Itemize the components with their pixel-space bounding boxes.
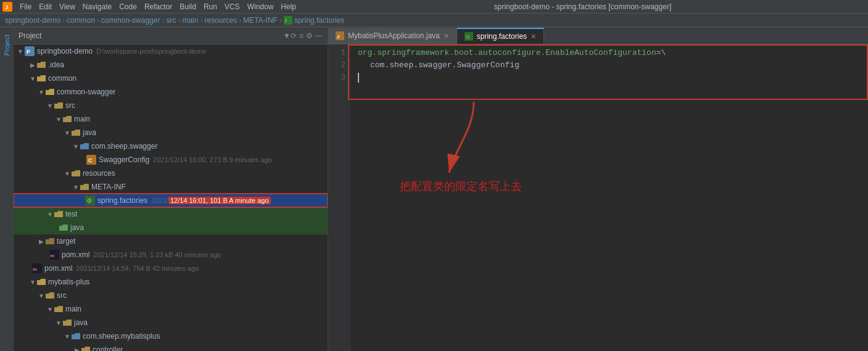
root-label: springboot-demo (37, 47, 93, 56)
breadcrumb-common[interactable]: common (67, 16, 95, 25)
tree-pom-common-swagger[interactable]: m pom.xml 2021/12/14 15:29, 1.23 kB 40 m… (14, 248, 328, 262)
tree-idea[interactable]: ▶ .idea (14, 58, 328, 72)
mybatis-arrow: ▼ (28, 279, 37, 286)
mybatisplus-package-label: com.sheep.mybatisplus (83, 332, 160, 341)
swagger-arrow: ▼ (72, 143, 80, 150)
sync-icon[interactable]: ⟳ (291, 31, 297, 40)
main-layout: Project Project ▼ ⟳ ≡ ⚙ — ▼ P (0, 27, 868, 351)
java-folder-icon (72, 129, 80, 136)
tree-main[interactable]: ▼ main (14, 112, 328, 126)
tree-java-mybatis[interactable]: ▼ java (14, 316, 328, 329)
src-mybatis-folder-icon (46, 292, 54, 299)
mybatisplus-package-icon (72, 332, 80, 340)
menu-build[interactable]: Build (176, 1, 200, 12)
settings-icon[interactable]: ⚙ (306, 31, 313, 40)
svg-text:⚙: ⚙ (86, 197, 92, 204)
breadcrumb-sep-3: › (162, 16, 164, 25)
tree-target[interactable]: ▶ target (14, 234, 328, 248)
menu-code[interactable]: Code (115, 1, 141, 12)
src-mybatis-arrow: ▼ (37, 292, 46, 299)
code-key-1: org.springframework.boot.autoconfigure.E… (358, 47, 656, 59)
root-path: D:\workspace-prod\springboot-demo (96, 47, 206, 55)
common-arrow: ▼ (28, 75, 37, 82)
code-line-1: org.springframework.boot.autoconfigure.E… (358, 47, 868, 59)
menu-vcs[interactable]: VCS (221, 1, 244, 12)
breadcrumb-sep-7: › (279, 16, 282, 25)
tree-java-test[interactable]: java (14, 221, 328, 234)
menu-run[interactable]: Run (200, 1, 221, 12)
mybatisplus-arrow: ▼ (63, 333, 72, 340)
left-tab-panel: Project (0, 27, 14, 351)
root-arrow: ▼ (16, 48, 25, 55)
tree-src-mybatis[interactable]: ▼ src (14, 289, 328, 302)
swaggerconfig-icon: C (86, 155, 96, 165)
tree-spring-factories[interactable]: ⚙ spring.factories 2021/ 12/14 16:01, 10… (14, 194, 328, 207)
test-folder-icon (54, 210, 63, 218)
window-title: springboot-demo - spring.factories [comm… (300, 2, 866, 11)
tree-com-sheep-swagger[interactable]: ▼ com.sheep.swagger (14, 139, 328, 153)
tab-factories-close[interactable]: ✕ (531, 33, 536, 41)
menu-help[interactable]: Help (277, 1, 300, 12)
menu-window[interactable]: Window (244, 1, 278, 12)
collapse-icon[interactable]: ≡ (299, 31, 304, 40)
controller-label: controller (93, 345, 123, 351)
hide-icon[interactable]: — (315, 31, 323, 40)
breadcrumb-src[interactable]: src (166, 16, 176, 25)
main-mybatis-label: main (65, 305, 81, 313)
breadcrumb-meta-inf[interactable]: META-INF (243, 16, 278, 25)
sidebar-dropdown-icon[interactable]: ▼ (283, 31, 291, 40)
tab-mybatisplus-close[interactable]: ✕ (444, 32, 449, 40)
project-tab[interactable]: Project (1, 30, 13, 60)
tree-test[interactable]: ▼ test (14, 207, 328, 221)
menu-file[interactable]: File (16, 1, 35, 12)
breadcrumb-springboot-demo[interactable]: springboot-demo (5, 16, 60, 25)
annotation-text: 把配置类的限定名写上去 (400, 180, 522, 192)
breadcrumb-sep-4: › (178, 16, 180, 25)
tab-spring-factories[interactable]: ⚙ spring.factories ✕ (457, 28, 544, 44)
tab-mybatisplusapplication[interactable]: J MybatisPlusApplication.java ✕ (328, 28, 457, 44)
target-folder-icon (46, 237, 54, 245)
menu-refactor[interactable]: Refactor (141, 1, 176, 12)
breadcrumb-common-swagger[interactable]: common-swagger (101, 16, 160, 25)
java-test-folder-icon (59, 224, 68, 231)
code-line-3 (358, 72, 868, 84)
sidebar-title: Project (19, 31, 281, 40)
breadcrumb-spring-factories[interactable]: spring.factories (294, 16, 344, 25)
menu-navigate[interactable]: Navigate (79, 1, 115, 12)
common-swagger-folder-icon (46, 88, 54, 96)
menu-edit[interactable]: Edit (35, 1, 56, 12)
menu-view[interactable]: View (56, 1, 79, 12)
tree-controller[interactable]: ▶ controller (14, 343, 328, 351)
mybatisplus-tab-icon: J (336, 31, 344, 40)
svg-text:P: P (27, 49, 30, 55)
meta-inf-label: META-INF (91, 183, 126, 191)
main-arrow: ▼ (54, 116, 63, 123)
tree-pom-common[interactable]: m pom.xml 2021/12/14 14:54, 754 B 42 min… (14, 262, 328, 275)
tree-java[interactable]: ▼ java (14, 126, 328, 139)
tree-common[interactable]: ▼ common (14, 72, 328, 85)
tree-meta-inf[interactable]: ▼ META-INF (14, 180, 328, 194)
svg-text:J: J (5, 5, 8, 11)
tree-common-swagger[interactable]: ▼ common-swagger (14, 85, 328, 99)
tree-mybatis-plus[interactable]: ▼ mybatis-plus (14, 275, 328, 289)
tree-src[interactable]: ▼ src (14, 99, 328, 112)
controller-arrow: ▶ (73, 347, 81, 352)
tab-factories-label: spring.factories (477, 32, 527, 41)
svg-text:C: C (88, 157, 93, 163)
resources-label: resources (83, 169, 115, 178)
pom2-meta: 2021/12/14 14:54, 754 B 42 minutes ago (76, 265, 199, 272)
resources-arrow: ▼ (63, 170, 72, 177)
idea-arrow: ▶ (28, 62, 37, 68)
tree-main-mybatis[interactable]: ▼ main (14, 302, 328, 316)
breadcrumb-main[interactable]: main (182, 16, 198, 25)
resources-folder-icon (72, 170, 80, 177)
pom1-label: pom.xml (62, 250, 89, 259)
tree-root[interactable]: ▼ P springboot-demo D:\workspace-prod\sp… (14, 44, 328, 58)
java-mybatis-arrow: ▼ (54, 320, 63, 326)
breadcrumb-resources[interactable]: resources (204, 16, 237, 25)
tree-swaggerconfig[interactable]: C SwaggerConfig 2021/12/14 16:00, 273 B … (14, 153, 328, 167)
src-mybatis-label: src (57, 291, 67, 300)
code-content[interactable]: org.springframework.boot.autoconfigure.E… (350, 44, 868, 351)
tree-com-sheep-mybatisplus[interactable]: ▼ com.sheep.mybatisplus (14, 329, 328, 343)
tree-resources[interactable]: ▼ resources (14, 167, 328, 180)
